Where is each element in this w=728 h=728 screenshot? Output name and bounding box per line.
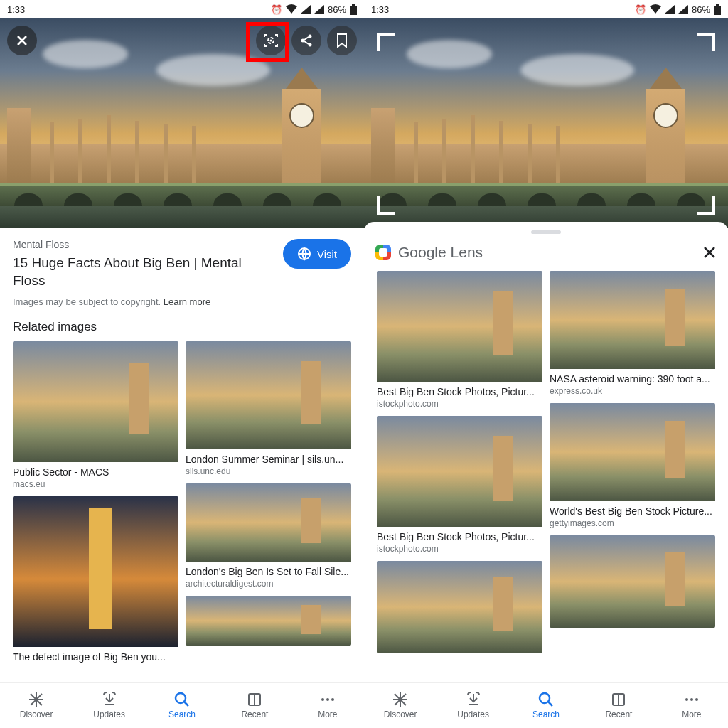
status-bar: 1:33 ⏰ 86% — [0, 0, 364, 18]
nav-label: Discover — [384, 710, 417, 719]
thumb-title: NASA asteroid warning: 390 foot a... — [550, 373, 715, 385]
more-icon — [684, 692, 700, 707]
thumb-title: London Summer Seminar | sils.un... — [186, 454, 351, 465]
image-info-panel: Mental Floss 15 Huge Facts About Big Ben… — [0, 228, 364, 313]
battery-text: 86% — [692, 4, 710, 15]
svg-point-18 — [331, 698, 334, 701]
bookmark-icon — [336, 33, 348, 48]
nav-discover[interactable]: Discover — [364, 682, 437, 728]
nav-label: Discover — [20, 710, 53, 719]
svg-rect-0 — [350, 6, 357, 15]
status-bar: 1:33 ⏰ 86% — [364, 0, 728, 18]
status-time: 1:33 — [371, 4, 389, 15]
nav-recent[interactable]: Recent — [218, 682, 291, 728]
svg-rect-20 — [716, 4, 719, 6]
lens-result-thumb[interactable]: NASA asteroid warning: 390 foot a...expr… — [550, 271, 715, 396]
svg-point-30 — [690, 698, 693, 701]
related-thumb[interactable]: London's Big Ben Is Set to Fall Sile...a… — [186, 483, 351, 589]
more-icon — [320, 692, 336, 707]
svg-line-13 — [184, 702, 188, 706]
nav-more[interactable]: More — [291, 682, 364, 728]
updates-icon — [102, 692, 117, 707]
svg-point-16 — [321, 698, 324, 701]
copyright-notice[interactable]: Images may be subject to copyright. Lear… — [13, 296, 351, 307]
svg-point-29 — [685, 698, 688, 701]
lens-result-thumb[interactable]: World's Best Big Ben Stock Picture...get… — [550, 403, 715, 528]
lens-results-grid: Best Big Ben Stock Photos, Pictur...isto… — [364, 271, 728, 653]
related-heading: Related images — [0, 313, 364, 341]
nav-label: Updates — [93, 710, 125, 719]
close-icon — [15, 33, 29, 48]
nav-label: Recent — [605, 710, 632, 719]
nav-label: More — [682, 710, 701, 719]
svg-line-26 — [548, 702, 552, 706]
thumb-domain: istockphoto.com — [377, 544, 542, 554]
thumb-domain: architecturaldigest.com — [186, 579, 351, 589]
nav-label: Search — [168, 710, 196, 719]
bookmark-button[interactable] — [327, 26, 357, 55]
recent-icon — [611, 692, 626, 707]
status-time: 1:33 — [7, 4, 25, 15]
thumb-domain: istockphoto.com — [377, 399, 542, 409]
share-button[interactable] — [291, 26, 321, 55]
nav-updates[interactable]: Updates — [73, 682, 145, 728]
signal-icon — [665, 5, 675, 14]
nav-search[interactable]: Search — [510, 682, 582, 728]
nav-updates[interactable]: Updates — [437, 682, 509, 728]
search-icon — [174, 692, 190, 707]
visit-button[interactable]: Visit — [283, 239, 351, 269]
nav-search[interactable]: Search — [146, 682, 218, 728]
related-thumb[interactable]: London Summer Seminar | sils.un...sils.u… — [186, 341, 351, 476]
hero-image[interactable] — [0, 18, 364, 228]
thumb-title: Public Sector - MACS — [13, 466, 178, 478]
close-icon — [702, 245, 717, 259]
image-title: 15 Huge Facts About Big Ben | Mental Flo… — [13, 255, 274, 289]
bottom-nav: DiscoverUpdatesSearchRecentMore — [364, 682, 728, 728]
wifi-icon — [286, 4, 297, 14]
lens-title: Google Lens — [398, 244, 483, 261]
battery-text: 86% — [328, 4, 346, 15]
discover-icon — [392, 692, 408, 707]
svg-point-25 — [540, 693, 550, 703]
lens-result-thumb[interactable] — [377, 561, 542, 653]
nav-discover[interactable]: Discover — [0, 682, 73, 728]
nav-recent[interactable]: Recent — [582, 682, 655, 728]
battery-icon — [714, 4, 721, 15]
lens-result-thumb[interactable] — [550, 535, 715, 628]
thumb-domain: express.co.uk — [550, 386, 715, 396]
nav-label: More — [318, 710, 337, 719]
nav-more[interactable]: More — [655, 682, 728, 728]
signal-icon-2 — [678, 5, 688, 14]
share-icon — [299, 33, 314, 48]
source-label: Mental Floss — [13, 239, 274, 250]
svg-point-12 — [176, 693, 186, 703]
related-grid: Public Sector - MACSmacs.euThe defect im… — [0, 341, 364, 663]
related-thumb[interactable]: The defect image of Big Ben you... — [13, 496, 178, 663]
nav-label: Search — [532, 710, 560, 719]
related-thumb[interactable] — [186, 596, 351, 646]
signal-icon-2 — [314, 5, 324, 14]
close-button[interactable] — [7, 26, 37, 55]
close-sheet-button[interactable] — [702, 245, 717, 259]
visit-label: Visit — [317, 248, 337, 260]
recent-icon — [247, 692, 262, 707]
bottom-nav: DiscoverUpdatesSearchRecentMore — [0, 682, 364, 728]
lens-results-sheet[interactable]: Google Lens Best Big Ben Stock Photos, P… — [364, 222, 728, 728]
highlight-annotation — [246, 22, 289, 62]
svg-point-31 — [695, 698, 698, 701]
updates-icon — [466, 692, 481, 707]
svg-rect-19 — [714, 6, 721, 15]
wifi-icon — [650, 4, 661, 14]
discover-icon — [28, 692, 44, 707]
screen-image-viewer: 1:33 ⏰ 86% — [0, 0, 364, 728]
lens-hero-image[interactable] — [364, 18, 728, 228]
globe-icon — [297, 247, 311, 261]
thumb-domain: macs.eu — [13, 479, 178, 489]
sheet-handle[interactable] — [531, 230, 561, 234]
alarm-icon: ⏰ — [635, 4, 646, 15]
alarm-icon: ⏰ — [271, 4, 282, 15]
lens-result-thumb[interactable]: Best Big Ben Stock Photos, Pictur...isto… — [377, 271, 542, 409]
lens-result-thumb[interactable]: Best Big Ben Stock Photos, Pictur...isto… — [377, 416, 542, 554]
svg-rect-1 — [352, 4, 355, 6]
related-thumb[interactable]: Public Sector - MACSmacs.eu — [13, 341, 178, 489]
